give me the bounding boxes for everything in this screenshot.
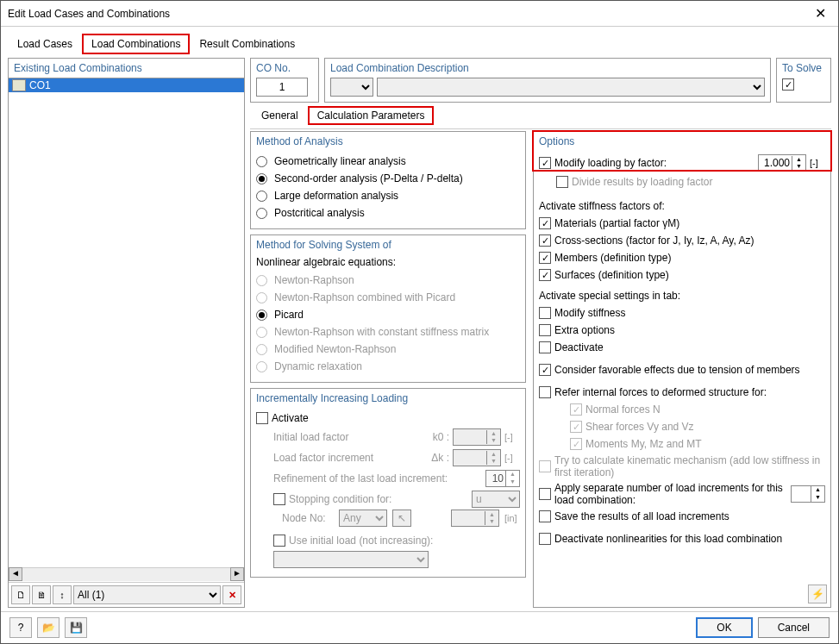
- radio-dyn-relax: [256, 361, 267, 372]
- list-item[interactable]: CO1: [9, 78, 244, 92]
- deactivate-checkbox[interactable]: [539, 341, 551, 353]
- ok-button[interactable]: OK: [696, 617, 752, 638]
- save-button[interactable]: 💾: [65, 617, 87, 638]
- surfaces-checkbox[interactable]: [539, 269, 551, 281]
- deact-nonlin-label[interactable]: Deactivate nonlinearities for this load …: [554, 533, 825, 545]
- initial-load-select: [273, 551, 429, 568]
- divide-results-checkbox: [556, 176, 568, 188]
- radio-nr-picard: [256, 292, 267, 303]
- kinematic-label: Try to calculate kinematic mechanism (ad…: [554, 454, 825, 478]
- close-icon[interactable]: ✕: [810, 5, 831, 22]
- stop-cond-select: u: [472, 491, 520, 508]
- tab-general[interactable]: General: [252, 106, 308, 125]
- label-geo-linear[interactable]: Geometrically linear analysis: [274, 155, 406, 167]
- deact-nonlin-checkbox[interactable]: [539, 533, 551, 545]
- description-label: Load Combination Description: [330, 62, 765, 74]
- activate-checkbox[interactable]: [256, 412, 268, 424]
- lightning-icon[interactable]: ⚡: [808, 585, 827, 603]
- surfaces-label[interactable]: Surfaces (definition type): [554, 269, 825, 281]
- cancel-button[interactable]: Cancel: [758, 617, 830, 638]
- stop-cond-checkbox: [273, 493, 285, 505]
- help-button[interactable]: ?: [9, 617, 32, 638]
- description-box: Load Combination Description: [324, 58, 771, 103]
- tab-calc-params[interactable]: Calculation Parameters: [308, 106, 435, 125]
- initial-lf-spinner: ▲▼: [453, 428, 501, 446]
- radio-postcrit[interactable]: [256, 208, 267, 219]
- save-results-checkbox[interactable]: [539, 510, 551, 522]
- label-picard[interactable]: Picard: [274, 309, 304, 321]
- extra-opts-checkbox[interactable]: [539, 324, 551, 336]
- tab-load-cases[interactable]: Load Cases: [8, 34, 82, 54]
- modify-loading-checkbox[interactable]: [539, 157, 551, 169]
- extra-opts-label[interactable]: Extra options: [554, 324, 825, 336]
- radio-geo-linear[interactable]: [256, 156, 267, 167]
- combo-icon: [12, 79, 26, 91]
- modify-loading-label[interactable]: Modify loading by factor:: [554, 157, 754, 169]
- co-no-box: CO No.: [250, 58, 319, 103]
- scroll-right-icon[interactable]: ►: [230, 567, 244, 581]
- stop-cond-label: Stopping condition for:: [289, 493, 468, 505]
- refer-internal-label[interactable]: Refer internal forces to deformed struct…: [554, 386, 825, 398]
- cross-sections-label[interactable]: Cross-sections (factor for J, Iy, Iz, A,…: [554, 234, 825, 247]
- divide-results-label: Divide results by loading factor: [572, 176, 825, 188]
- separate-inc-checkbox[interactable]: [539, 488, 551, 500]
- initial-lf-label: Initial load factor: [273, 431, 429, 443]
- label-second-order[interactable]: Second-order analysis (P-Delta / P-delta…: [274, 172, 463, 184]
- unit-none-3: [-]: [810, 158, 825, 168]
- method-analysis-header: Method of Analysis: [256, 135, 520, 147]
- materials-checkbox[interactable]: [539, 217, 551, 229]
- members-checkbox[interactable]: [539, 252, 551, 264]
- filter-select[interactable]: All (1): [73, 585, 221, 604]
- radio-picard[interactable]: [256, 309, 267, 321]
- separate-inc-spinner[interactable]: ▲▼: [791, 485, 825, 503]
- description-category-select[interactable]: [330, 78, 373, 97]
- label-newton-raphson: Newton-Raphson: [274, 274, 354, 286]
- tab-result-combinations[interactable]: Result Combinations: [190, 34, 304, 54]
- activate-label[interactable]: Activate: [272, 412, 309, 424]
- radio-newton-raphson: [256, 275, 267, 286]
- unit-in: [in]: [504, 513, 520, 523]
- modify-stiff-label[interactable]: Modify stiffness: [554, 307, 825, 319]
- activate-stiff-label: Activate stiffness factors of:: [539, 200, 825, 212]
- materials-label[interactable]: Materials (partial factor γM): [554, 217, 825, 229]
- right-panel: CO No. Load Combination Description To S…: [250, 58, 831, 608]
- delete-button[interactable]: ✕: [222, 585, 241, 604]
- to-solve-label: To Solve: [782, 62, 825, 74]
- incremental-header: Incrementally Increasing Loading: [256, 392, 520, 404]
- description-input[interactable]: [377, 78, 765, 97]
- copy-button[interactable]: 🗎: [32, 585, 51, 604]
- cross-sections-checkbox[interactable]: [539, 234, 551, 247]
- k0-symbol: k0 :: [433, 431, 449, 443]
- radio-large-def[interactable]: [256, 191, 267, 202]
- modify-loading-spinner[interactable]: ▲▼: [758, 154, 806, 172]
- scroll-track[interactable]: [22, 567, 230, 581]
- scroll-left-icon[interactable]: ◄: [9, 567, 22, 581]
- existing-list[interactable]: CO1: [9, 78, 244, 566]
- label-large-def[interactable]: Large deformation analysis: [274, 190, 398, 202]
- save-results-label[interactable]: Save the results of all load increments: [554, 510, 825, 522]
- radio-second-order[interactable]: [256, 173, 267, 184]
- refer-internal-checkbox[interactable]: [539, 386, 551, 398]
- new-button[interactable]: 🗋: [11, 585, 30, 604]
- label-nr-const: Newton-Raphson with constant stiffness m…: [274, 326, 489, 338]
- deactivate-label[interactable]: Deactivate: [554, 341, 825, 353]
- label-postcrit[interactable]: Postcritical analysis: [274, 207, 365, 219]
- sort-button[interactable]: ↕: [53, 585, 72, 604]
- node-value-spinner: ▲▼: [451, 510, 499, 527]
- hscroll[interactable]: ◄ ►: [9, 566, 244, 582]
- favorable-label[interactable]: Consider favorable effects due to tensio…: [554, 364, 825, 376]
- favorable-checkbox[interactable]: [539, 364, 551, 376]
- members-label[interactable]: Members (definition type): [554, 252, 825, 264]
- unit-none-1: [-]: [504, 432, 520, 442]
- separate-inc-label[interactable]: Apply separate number of load increments…: [554, 482, 787, 506]
- refinement-label: Refinement of the last load increment:: [273, 472, 482, 485]
- open-button[interactable]: 📂: [37, 617, 59, 638]
- use-initial-checkbox: [273, 535, 285, 547]
- lf-increment-spinner: ▲▼: [453, 449, 501, 466]
- co-no-input[interactable]: [256, 78, 308, 97]
- tab-load-combinations[interactable]: Load Combinations: [82, 34, 190, 54]
- modify-stiff-checkbox[interactable]: [539, 307, 551, 319]
- to-solve-checkbox[interactable]: [782, 78, 794, 91]
- params-left-col: Method of Analysis Geometrically linear …: [250, 131, 526, 608]
- kinematic-checkbox: [539, 460, 551, 472]
